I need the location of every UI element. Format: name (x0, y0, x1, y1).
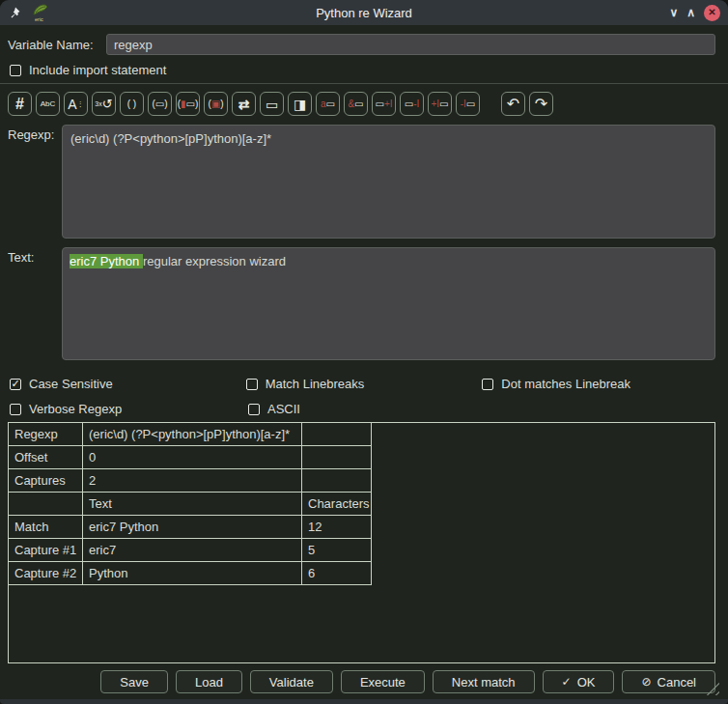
regexp-label: Regexp: (8, 127, 54, 142)
non-word-boundary-icon: &▭ (348, 99, 363, 109)
eric-logo-icon: eric (31, 2, 50, 23)
result-cell (302, 423, 372, 446)
roll-down-icon[interactable]: ∨ (669, 7, 678, 18)
validate-button[interactable]: Validate (250, 670, 333, 693)
non-word-boundary-glyph-part: ▭ (354, 99, 363, 109)
result-cell: Capture #2 (9, 562, 83, 585)
results-panel[interactable]: Regexp(eric\d) (?P<python>[pP]ython)[a-z… (8, 422, 715, 663)
single-character-button[interactable]: AbC (36, 92, 60, 116)
negative-lookbehind-glyph-part: ▭ (466, 99, 475, 109)
titlebar[interactable]: eric Python re Wizard ∨ ∧ ✕ (0, 0, 728, 25)
named-reference-button[interactable]: (▣) (204, 92, 228, 116)
regexp-editor[interactable]: (eric\d) (?P<python>[pP]ython)[a-z]* (62, 125, 715, 239)
positive-lookbehind-glyph-part: +I (431, 99, 439, 109)
text-editor[interactable]: eric7 Python regular expression wizard (62, 247, 715, 360)
negative-lookahead-glyph-part: -I (413, 99, 419, 109)
comment-icon: # (15, 97, 24, 112)
execute-button[interactable]: Execute (341, 670, 425, 693)
non-capturing-group-button[interactable]: ( ) (120, 92, 144, 116)
undo-icon: ↶ (507, 97, 519, 112)
result-cell: 0 (83, 446, 302, 469)
result-cell: 6 (302, 562, 372, 585)
resize-grip[interactable] (704, 680, 719, 695)
result-cell: Regexp (9, 423, 83, 446)
window-bottom-edge (0, 699, 728, 704)
cancel-label: Cancel (658, 675, 696, 690)
word-boundary-button[interactable]: a▭ (316, 92, 340, 116)
option-verbose-regexp[interactable]: Verbose Regexp (10, 402, 248, 416)
begin-of-line-glyph-part: ▭ (266, 98, 278, 111)
positive-lookahead-button[interactable]: ▭+I (372, 92, 396, 116)
load-button[interactable]: Load (176, 670, 242, 693)
option-case-sensitive[interactable]: ✓Case Sensitive (10, 377, 246, 391)
text-rest: regular expression wizard (143, 254, 286, 268)
word-boundary-glyph-part: ▭ (326, 99, 335, 109)
repeat-glyph-part: ↺ (102, 98, 113, 110)
roll-up-icon[interactable]: ∧ (686, 7, 695, 18)
checkbox-verbose-regexp[interactable] (10, 404, 21, 415)
end-of-line-glyph-part: ◨ (294, 98, 306, 111)
options-row: ✓Case SensitiveMatch LinebreaksDot match… (10, 377, 718, 391)
variable-name-input[interactable] (106, 34, 715, 55)
begin-of-line-button[interactable]: ▭ (260, 92, 284, 116)
option-ascii[interactable]: ASCII (248, 402, 487, 416)
non-word-boundary-glyph-part: & (348, 99, 354, 109)
positive-lookahead-icon: ▭+I (375, 99, 392, 109)
save-button[interactable]: Save (100, 670, 168, 693)
footer: SaveLoadValidateExecuteNext match✓OK⊘Can… (0, 670, 715, 693)
group-button[interactable]: (▭) (148, 92, 172, 116)
repeat-button[interactable]: 3x↺ (92, 92, 116, 116)
negative-lookahead-button[interactable]: ▭-I (400, 92, 424, 116)
window-title: Python re Wizard (0, 6, 728, 20)
checkbox-dot-matches-linebreak[interactable] (482, 379, 493, 390)
any-character-button[interactable]: A⋮ (64, 92, 88, 116)
non-capturing-group-glyph-part: ( ) (127, 99, 136, 109)
ok-button[interactable]: ✓OK (543, 670, 615, 693)
result-cell: (eric\d) (?P<python>[pP]ython)[a-z]* (83, 423, 302, 446)
load-label: Load (195, 675, 223, 690)
pin-icon[interactable] (8, 6, 21, 19)
redo-button[interactable]: ↷ (529, 92, 553, 116)
end-of-line-button[interactable]: ◨ (288, 92, 312, 116)
result-cell: Characters (302, 493, 372, 516)
next-match-button[interactable]: Next match (433, 670, 535, 693)
non-word-boundary-button[interactable]: &▭ (344, 92, 368, 116)
named-reference-icon: (▣) (208, 99, 223, 109)
close-button[interactable]: ✕ (704, 5, 720, 21)
variable-name-row: Variable Name: (8, 34, 715, 55)
repeat-icon: 3x↺ (95, 98, 112, 110)
negative-lookbehind-button[interactable]: -I▭ (456, 92, 480, 116)
checkbox-match-linebreaks[interactable] (246, 379, 258, 390)
execute-label: Execute (360, 675, 406, 690)
checkbox-case-sensitive[interactable]: ✓ (10, 379, 21, 390)
cancel-icon: ⊘ (641, 676, 651, 688)
option-dot-matches-linebreak[interactable]: Dot matches Linebreak (482, 377, 718, 391)
named-group-glyph-part: ) (195, 99, 198, 109)
options-row: Verbose RegexpASCII (10, 402, 718, 416)
option-include-import[interactable]: Include import statement (10, 63, 166, 77)
negative-lookahead-glyph-part: ▭ (405, 99, 413, 109)
undo-button[interactable]: ↶ (501, 92, 525, 116)
named-group-icon: (▮▭) (178, 99, 199, 109)
named-group-button[interactable]: (▮▭) (176, 92, 200, 116)
regexp-value: (eric\d) (?P<python>[pP]ython)[a-z]* (70, 131, 271, 146)
option-match-linebreaks[interactable]: Match Linebreaks (246, 377, 483, 391)
group-glyph-part: ▭ (155, 99, 164, 109)
cancel-button[interactable]: ⊘Cancel (622, 670, 715, 693)
checkbox-include-import[interactable] (10, 65, 21, 76)
negative-lookbehind-icon: -I▭ (461, 99, 476, 109)
toolbar-separator (0, 83, 728, 84)
option-label: ASCII (267, 402, 300, 416)
text-label: Text: (8, 250, 34, 265)
alternatives-button[interactable]: ⇄ (232, 92, 256, 116)
positive-lookbehind-button[interactable]: +I▭ (428, 92, 452, 116)
checkbox-ascii[interactable] (248, 404, 260, 415)
comment-button[interactable]: # (8, 92, 32, 116)
named-group-glyph-part: ▭ (186, 99, 195, 109)
result-cell: Python (83, 562, 302, 585)
result-cell: 12 (302, 516, 372, 539)
non-capturing-group-icon: ( ) (127, 99, 136, 109)
group-icon: (▭) (152, 99, 167, 109)
negative-lookahead-icon: ▭-I (405, 99, 420, 109)
positive-lookahead-glyph-part: ▭ (375, 99, 383, 109)
